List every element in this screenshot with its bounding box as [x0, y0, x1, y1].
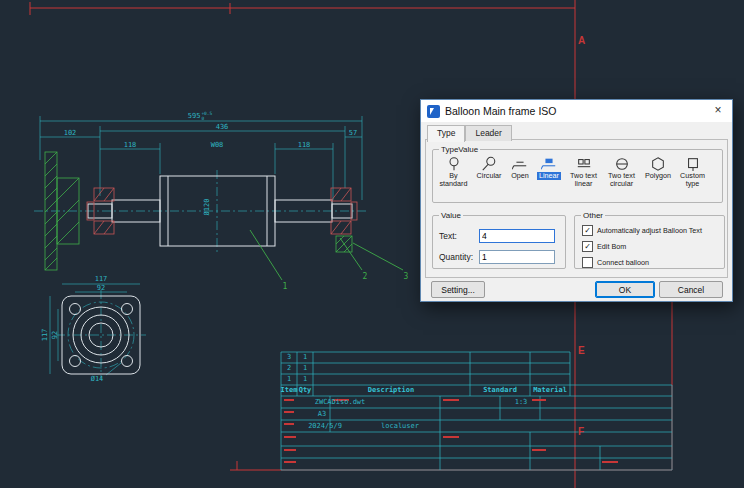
centerlines [34, 170, 366, 380]
header-standard: Standard [483, 386, 517, 394]
text-input[interactable] [479, 229, 555, 243]
parts-row-item: 2 [287, 364, 291, 372]
option-label: linear [575, 180, 593, 188]
custom-type-icon [685, 156, 701, 172]
header-description: Description [368, 386, 414, 394]
checkbox-edit-bom[interactable]: ✓ Edit Bom [582, 241, 721, 252]
dim-102: 102 [64, 129, 77, 137]
type-option-polygon[interactable]: Polygon [641, 156, 675, 188]
value-group: Value Text: Quantity: [432, 211, 566, 269]
typevalue-label: TypeValue [439, 145, 480, 154]
other-group: Other ✓ Automatically adjust Balloon Tex… [574, 211, 725, 269]
option-label: Circular [477, 172, 502, 180]
balloon-dialog: Balloon Main frame ISO × Type Leader Typ… [420, 99, 733, 302]
balloon-leaders [250, 230, 403, 280]
open-icon [512, 156, 528, 172]
setting-button[interactable]: Setting... [431, 281, 485, 298]
scale-value: 1:3 [515, 398, 528, 406]
balloon-2[interactable]: 2 [363, 272, 368, 281]
sheet-size: A3 [318, 410, 326, 418]
balloon-type-options: By standard Circular Open Linear [433, 154, 722, 188]
zone-label-e: E [578, 345, 585, 356]
dialog-title: Balloon Main frame ISO [445, 105, 556, 117]
title-block-field-labels [284, 399, 618, 463]
tab-pane: TypeValue By standard Circular Open [425, 139, 728, 278]
checkbox-box: ✓ [582, 225, 593, 236]
parts-row-qty: 1 [303, 364, 307, 372]
text-label: Text: [439, 231, 479, 241]
by-standard-icon [446, 156, 462, 172]
tab-type[interactable]: Type [427, 125, 465, 142]
app-icon [427, 105, 440, 118]
checkbox-box [582, 257, 593, 268]
type-option-custom[interactable]: Custom type [676, 156, 709, 188]
dim-118-right: 118 [298, 141, 311, 149]
close-icon[interactable]: × [704, 100, 732, 122]
dim-mid: W08 [211, 141, 224, 149]
type-option-two-text-circular[interactable]: Two text circular [603, 156, 640, 188]
parts-row-item: 3 [287, 353, 291, 361]
two-text-circular-icon [614, 156, 630, 172]
flange-dim-117-top: 117 [95, 275, 108, 283]
linear-icon [541, 156, 557, 172]
parts-row-qty: 1 [303, 353, 307, 361]
type-option-by-standard[interactable]: By standard [436, 156, 471, 188]
balloon-3[interactable]: 3 [404, 272, 409, 281]
balloon-1[interactable]: 1 [283, 282, 288, 291]
option-label: Linear [537, 172, 561, 180]
template-name: ZWCADiso.dwt [315, 398, 366, 406]
ok-button[interactable]: OK [595, 281, 655, 298]
header-qty: Qty [299, 386, 312, 394]
type-option-open[interactable]: Open [507, 156, 533, 188]
type-option-linear[interactable]: Linear [534, 156, 564, 188]
type-option-two-text-linear[interactable]: Two text linear [565, 156, 602, 188]
zone-label-f: F [578, 426, 584, 437]
flange-dim-92-top: 92 [97, 284, 105, 292]
checkbox-label: Connect balloon [597, 258, 649, 267]
option-label: standard [440, 180, 468, 188]
checkbox-label: Automatically adjust Balloon Text [597, 226, 702, 235]
checkbox-label: Edit Bom [597, 242, 626, 251]
flange-dim-dia14: Ø14 [91, 375, 104, 383]
cad-workspace[interactable]: A E F 595 +0.5 0 436 102 57 118 W08 118 … [0, 0, 744, 488]
type-option-circular[interactable]: Circular [472, 156, 506, 188]
quantity-label: Quantity: [439, 252, 479, 262]
date-value: 2024/5/9 [308, 422, 342, 430]
dim-overall-value: 595 [188, 112, 201, 120]
flange-dim-92-left: 92 [51, 331, 59, 339]
option-label: circular [610, 180, 633, 188]
checkbox-box: ✓ [582, 241, 593, 252]
dim-118-left: 118 [124, 141, 137, 149]
dialog-tabs: Type Leader [427, 125, 512, 141]
header-material: Material [533, 386, 567, 394]
dim-overall: 595 +0.5 0 [188, 111, 213, 121]
tab-leader[interactable]: Leader [465, 125, 511, 141]
value-group-label: Value [439, 211, 463, 220]
quantity-input[interactable] [479, 250, 555, 264]
dim-57: 57 [349, 129, 357, 137]
header-item: Item [281, 386, 298, 394]
circular-icon [481, 156, 497, 172]
checkbox-auto-adjust[interactable]: ✓ Automatically adjust Balloon Text [582, 225, 721, 236]
typevalue-group: TypeValue By standard Circular Open [432, 145, 723, 203]
text-row: Text: [439, 229, 559, 243]
parts-row-item: 1 [287, 375, 291, 383]
dialog-titlebar[interactable]: Balloon Main frame ISO × [421, 100, 732, 122]
dim-overall-tolerance: +0.5 0 [201, 111, 212, 121]
option-label: type [686, 180, 700, 188]
flange-dim-117-left: 117 [41, 329, 49, 342]
title-block-grid [281, 352, 672, 470]
zone-label-a: A [578, 35, 585, 46]
parts-row-qty: 1 [303, 375, 307, 383]
dim-436: 436 [216, 123, 229, 131]
user-value: localuser [381, 422, 419, 430]
polygon-icon [650, 156, 666, 172]
dim-dia120: Ø120 [203, 199, 211, 216]
quantity-row: Quantity: [439, 250, 559, 264]
option-label: Polygon [645, 172, 671, 180]
two-text-linear-icon [576, 156, 592, 172]
option-label: Open [511, 172, 529, 180]
cancel-button[interactable]: Cancel [659, 281, 723, 298]
other-group-label: Other [581, 211, 605, 220]
checkbox-connect-balloon[interactable]: Connect balloon [582, 257, 721, 268]
